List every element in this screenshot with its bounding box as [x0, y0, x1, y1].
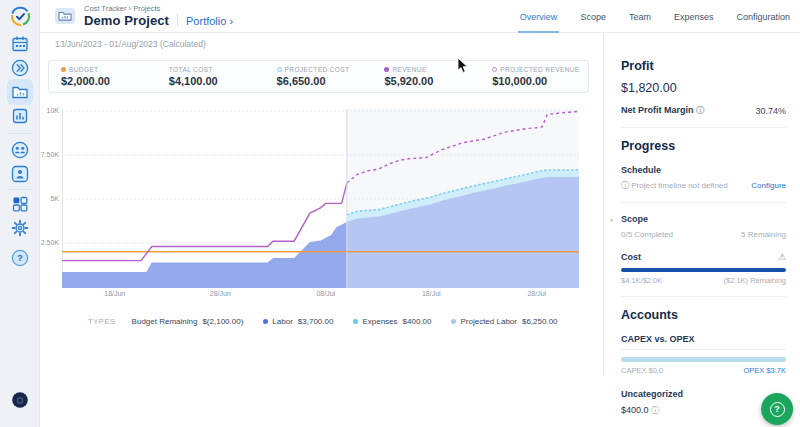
date-range: 13/Jun/2023 - 01/Aug/2023 (Calculated): [40, 33, 603, 55]
capex-opex-label: CAPEX vs. OPEX: [621, 334, 786, 350]
configure-link[interactable]: Configure: [751, 181, 786, 190]
x-tick: 08/Jul: [306, 290, 346, 297]
y-tick: 2.50K: [40, 239, 59, 246]
profile-icon[interactable]: [7, 161, 33, 187]
stats-bar: BUDGET $2,000.00 TOTAL COST $4,100.00 PR…: [48, 60, 589, 93]
stat-projected-revenue: PROJECTED REVENUE $10,000.00: [480, 66, 588, 87]
total-cost-value: $4,100.00: [169, 75, 265, 87]
page-title: Demo Project: [84, 13, 169, 28]
cost-warning-icon[interactable]: ⚠: [778, 252, 786, 262]
legend-marker: [263, 319, 268, 324]
page-header: Cost Tracker › Projects Demo Project Por…: [40, 0, 800, 33]
stat-budget: BUDGET $2,000.00: [49, 66, 157, 87]
cost-chart[interactable]: 2.50K5K7.50K10K 18/Jun28/Jun08/Jul18/Jul…: [40, 96, 603, 308]
x-tick: 18/Jun: [95, 290, 135, 297]
question-icon: ?: [770, 402, 785, 417]
user-avatar[interactable]: [7, 387, 33, 413]
legend-item-expenses[interactable]: Expenses $400.00: [353, 317, 431, 326]
budget-value: $2,000.00: [61, 75, 157, 87]
y-tick: 5K: [40, 195, 59, 202]
project-folder-icon: [54, 6, 76, 30]
opex-value: OPEX $3.7K: [743, 366, 786, 375]
revenue-value: $5,920.00: [384, 75, 480, 87]
sidebar-divider: [8, 133, 32, 134]
section-divider: [621, 296, 786, 297]
net-profit-margin-label: Net Profit Margin ⓘ: [621, 105, 704, 116]
profit-heading: Profit: [621, 59, 786, 73]
cost-remaining: ($2.1K) Remaining: [723, 276, 786, 285]
section-divider: [621, 202, 786, 203]
tab-bar: Overview Scope Team Expenses Configurati…: [518, 0, 792, 33]
uncategorized-label: Uncategorized: [621, 389, 786, 399]
tab-expenses[interactable]: Expenses: [672, 0, 716, 33]
support-fab-button[interactable]: ?: [761, 393, 793, 425]
tab-overview[interactable]: Overview: [518, 0, 560, 33]
x-tick: 18/Jul: [411, 290, 451, 297]
portfolio-link[interactable]: Portfolio ›: [186, 15, 233, 27]
projected-revenue-marker: [492, 67, 497, 72]
legend-item-labor[interactable]: Labor $3,700.00: [263, 317, 333, 326]
app-logo-icon[interactable]: [7, 3, 33, 29]
info-icon[interactable]: ⓘ: [696, 105, 704, 116]
scope-expand-chevron-icon[interactable]: ›: [610, 215, 613, 225]
section-divider: [621, 127, 786, 128]
settings-gear-icon[interactable]: [7, 215, 33, 241]
scope-completed: 0/5 Completed: [621, 230, 673, 239]
info-icon[interactable]: ⓘ: [651, 405, 659, 416]
help-icon[interactable]: ?: [7, 245, 33, 271]
budget-marker: [61, 67, 66, 72]
app-sidebar: ?: [0, 0, 40, 427]
scope-label: Scope: [621, 214, 786, 224]
info-icon: ⓘ: [621, 180, 629, 191]
projected-cost-marker: [277, 67, 282, 72]
legend-title: TYPES: [88, 317, 116, 326]
cost-progress-bar: [621, 268, 786, 272]
cost-spent: $4.1K/$2.0K: [621, 276, 662, 285]
accounts-heading: Accounts: [621, 308, 786, 322]
capex-value: CAPEX $0.0: [621, 366, 663, 375]
x-tick: 28/Jun: [200, 290, 240, 297]
scope-remaining: 5 Remaining: [741, 230, 786, 239]
sprints-icon[interactable]: [7, 55, 33, 81]
net-profit-margin-value: 30.74%: [755, 106, 786, 116]
tab-scope[interactable]: Scope: [578, 0, 608, 33]
apps-grid-icon[interactable]: [7, 191, 33, 217]
schedule-note: ⓘ Project timeline not defined: [621, 180, 728, 191]
projected-revenue-value: $10,000.00: [492, 75, 588, 87]
legend-item-projected-labor[interactable]: Projected Labor $6,250.00: [451, 317, 557, 326]
svg-text:?: ?: [17, 252, 23, 263]
calendar-icon[interactable]: [7, 31, 33, 57]
details-panel: Profit $1,820.00 Net Profit Margin ⓘ 30.…: [604, 33, 800, 416]
tab-team[interactable]: Team: [627, 0, 653, 33]
breadcrumb[interactable]: Cost Tracker › Projects: [84, 4, 160, 13]
y-tick: 7.50K: [40, 151, 59, 158]
stat-total-cost: TOTAL COST $4,100.00: [157, 66, 265, 87]
stat-revenue: REVENUE $5,920.00: [372, 66, 480, 87]
chart-plot-area[interactable]: [62, 109, 579, 288]
legend-item-budget-remaining[interactable]: Budget Remaining $(2,100.00): [132, 317, 244, 326]
chart-legend: TYPES Budget Remaining $(2,100.00) Labor…: [40, 312, 603, 330]
y-tick: 10K: [40, 107, 59, 114]
schedule-label: Schedule: [621, 165, 786, 175]
revenue-marker: [384, 67, 389, 72]
profit-value: $1,820.00: [621, 81, 786, 95]
legend-marker: [353, 319, 358, 324]
cost-label: Cost: [621, 252, 641, 262]
stat-projected-cost: PROJECTED COST $6,650.00: [265, 66, 373, 87]
tab-configuration[interactable]: Configuration: [734, 0, 792, 33]
teams-icon[interactable]: [7, 137, 33, 163]
x-tick: 28/Jul: [517, 290, 557, 297]
projects-icon[interactable]: [7, 79, 33, 105]
legend-marker: [451, 319, 456, 324]
reports-icon[interactable]: [7, 103, 33, 129]
sidebar-divider: [8, 189, 32, 190]
capex-opex-bar: [621, 357, 786, 362]
title-separator: [177, 14, 178, 27]
progress-heading: Progress: [621, 139, 786, 153]
projected-cost-value: $6,650.00: [277, 75, 373, 87]
